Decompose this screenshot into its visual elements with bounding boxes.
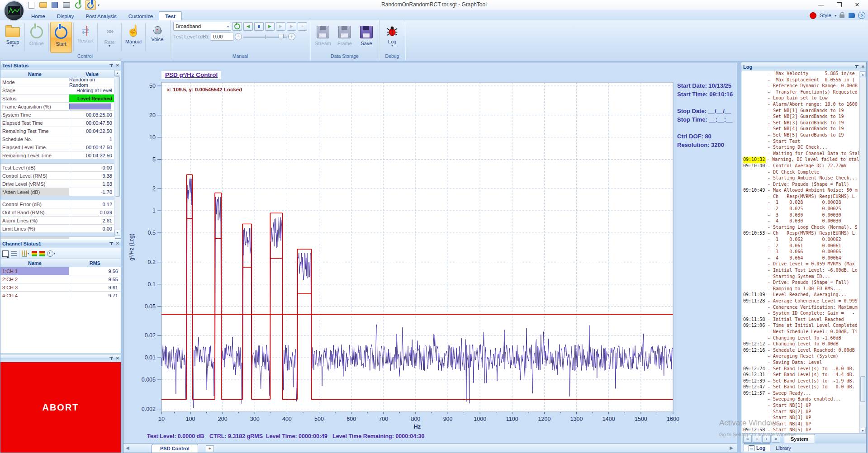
- log-text: - Ch Resp(MVRMS) Resp(EURMS) L: [768, 231, 855, 237]
- separator-row: [0, 160, 115, 164]
- lock-icon[interactable]: [840, 14, 844, 18]
- channel-status-toolbar: ▾ ▾: [0, 248, 121, 259]
- clock-icon[interactable]: ▾: [47, 250, 56, 257]
- test-status-scrollbar[interactable]: ▲ ▼: [114, 70, 120, 236]
- row-value: [69, 103, 115, 110]
- row-value: -0.12: [69, 200, 115, 208]
- row-name: Alarm Lines (%): [0, 217, 69, 224]
- log-timestamp: [743, 421, 768, 428]
- svg-text:2: 2: [152, 185, 156, 192]
- voice-button[interactable]: Voice: [147, 22, 168, 53]
- setup-button[interactable]: Setup▾: [2, 22, 23, 53]
- close-icon[interactable]: ×: [116, 356, 119, 360]
- new-document-icon[interactable]: [26, 1, 36, 9]
- tab-library[interactable]: Library: [771, 444, 796, 452]
- panel-title: Test Status: [2, 63, 28, 68]
- online-toggle-icon[interactable]: [73, 1, 83, 9]
- close-button[interactable]: ✕: [848, 0, 866, 9]
- fast-forward-button[interactable]: ▶: [276, 22, 285, 31]
- ribbon-tab-test[interactable]: Test: [159, 11, 182, 20]
- log-scrollbar[interactable]: ▲ ▼: [859, 71, 866, 434]
- log-line: 09:12:06- Time at Initial Level Complete…: [743, 323, 860, 329]
- help-icon[interactable]: ?: [858, 12, 865, 19]
- svg-text:1000: 1000: [474, 416, 486, 422]
- log-timestamp: [743, 249, 768, 255]
- power-small-button[interactable]: [232, 22, 242, 31]
- button-label: Restart: [77, 38, 93, 43]
- start-toggle-icon[interactable]: [85, 0, 96, 10]
- psd-plot[interactable]: 5020105210.50.20.10.050.020.010.0050.002…: [123, 62, 737, 430]
- list-view-icon[interactable]: [11, 251, 17, 256]
- scroll-down-icon[interactable]: ▼: [114, 230, 120, 236]
- app-logo-icon[interactable]: [4, 0, 24, 21]
- manual-button[interactable]: ☝Manual▾: [123, 22, 144, 53]
- channel-row[interactable]: 1:CH 19.56: [0, 267, 121, 275]
- open-folder-icon[interactable]: [38, 1, 48, 9]
- save-icon[interactable]: [50, 1, 60, 9]
- start-button[interactable]: Start: [50, 22, 72, 53]
- log-text: - Set NB[1] GuardBands to 19: [768, 108, 844, 114]
- minimize-button[interactable]: —: [812, 0, 830, 9]
- nav-first-button[interactable]: «: [743, 435, 752, 443]
- step-forward-button[interactable]: ▶: [265, 22, 275, 31]
- select-channels-icon[interactable]: [2, 250, 9, 257]
- print-icon[interactable]: [62, 1, 71, 9]
- decrease-level-button[interactable]: −: [235, 33, 242, 40]
- log-button[interactable]: Log▾: [382, 22, 403, 53]
- tab-scroll-left-icon[interactable]: ◀: [126, 445, 129, 450]
- alarm-bars-alt-icon[interactable]: [39, 251, 45, 256]
- channel-name: 3:CH 3: [0, 283, 69, 291]
- ribbon-tab-display[interactable]: Display: [51, 12, 80, 20]
- log-text: - Max Velocity 5.885 in/se: [768, 71, 855, 77]
- pin-icon[interactable]: [109, 63, 114, 67]
- nav-next-button[interactable]: ›: [762, 435, 771, 443]
- test-level-input[interactable]: 0.00: [211, 33, 233, 41]
- row-name: Test Level (dB): [0, 164, 69, 171]
- add-tab-button[interactable]: +: [206, 445, 214, 452]
- step-back-button[interactable]: ◀: [243, 22, 253, 31]
- alarm-bars-icon[interactable]: [32, 251, 37, 256]
- channel-row[interactable]: 3:CH 39.61: [0, 283, 121, 292]
- qat-customize-icon[interactable]: ▾: [98, 3, 100, 7]
- close-icon[interactable]: ×: [862, 65, 864, 69]
- tab-system[interactable]: System: [784, 434, 815, 443]
- maximize-button[interactable]: [830, 0, 848, 9]
- channel-row[interactable]: 2:CH 29.55: [0, 275, 121, 283]
- abort-button[interactable]: ABORT: [0, 362, 121, 453]
- scroll-up-icon[interactable]: ▲: [860, 71, 866, 77]
- nav-prev-button[interactable]: ‹: [753, 435, 761, 443]
- pin-icon[interactable]: [109, 356, 114, 360]
- pause-button[interactable]: ▮: [254, 22, 264, 31]
- increase-level-button[interactable]: +: [288, 33, 295, 40]
- ribbon-tab-home[interactable]: Home: [25, 12, 51, 20]
- slider-thumb[interactable]: [279, 34, 284, 40]
- log-text: - Set NB[3] GuardBands to 19: [768, 120, 844, 127]
- nav-last-button[interactable]: »: [772, 435, 780, 443]
- broadband-dropdown[interactable]: Broadband▾: [173, 22, 231, 31]
- fast-forward2-button[interactable]: ▶: [287, 22, 296, 31]
- close-icon[interactable]: ×: [116, 241, 119, 245]
- fast-forward3-button[interactable]: »: [298, 22, 307, 31]
- tab-scroll-right-icon[interactable]: ▶: [730, 445, 733, 450]
- log-line: - Max Velocity 5.885 in/se: [743, 71, 860, 77]
- tab-log[interactable]: Log: [744, 444, 770, 452]
- save-button[interactable]: Save: [356, 22, 377, 53]
- ribbon-tab-post-analysis[interactable]: Post Analysis: [80, 12, 122, 20]
- pin-icon[interactable]: [109, 241, 114, 245]
- log-timestamp: [743, 396, 768, 403]
- ribbon-tab-customize[interactable]: Customize: [123, 12, 159, 20]
- style-menu[interactable]: Style: [820, 13, 831, 18]
- close-icon[interactable]: ×: [116, 63, 119, 67]
- log-timestamp: 09:12:24: [743, 366, 768, 373]
- style-dropdown-icon[interactable]: ▾: [835, 14, 836, 18]
- log-text: - Changing Level To -1.60dB: [768, 335, 841, 342]
- log-timestamp: [743, 194, 768, 200]
- level-slider[interactable]: [243, 33, 287, 40]
- row-value: -1.70: [69, 188, 115, 196]
- scroll-up-icon[interactable]: ▲: [114, 70, 120, 76]
- log-text: - Max Displacement 0.0556 in [: [768, 77, 855, 84]
- manual-book-icon[interactable]: [848, 13, 855, 18]
- pin-icon[interactable]: [855, 65, 859, 69]
- tab-psd-control[interactable]: PSD Control: [152, 444, 198, 453]
- signal-config-icon[interactable]: ▾: [22, 250, 29, 257]
